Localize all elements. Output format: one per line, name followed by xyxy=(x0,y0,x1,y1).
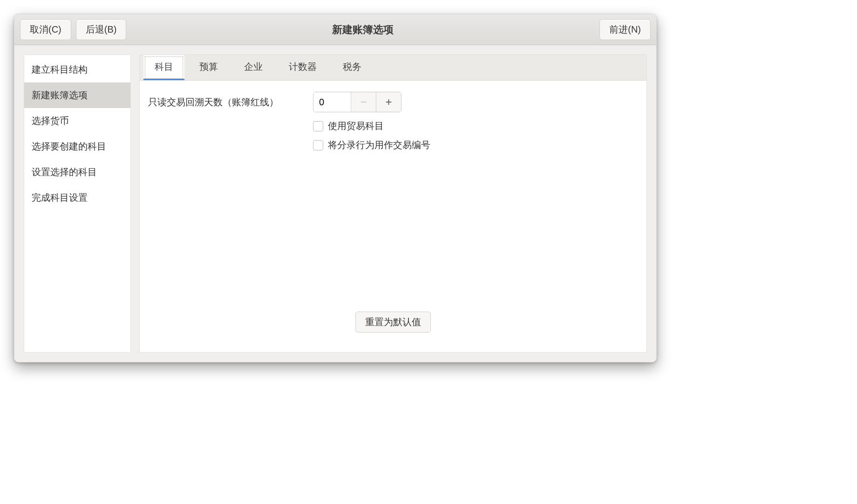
titlebar: 取消(C) 后退(B) 新建账簿选项 前进(N) xyxy=(14,14,656,45)
tab-tax[interactable]: 税务 xyxy=(332,55,373,80)
split-action-txn-number-row: 将分录行为用作交易编号 xyxy=(313,139,638,151)
split-action-txn-number-label: 将分录行为用作交易编号 xyxy=(328,139,430,151)
readonly-days-row: 只读交易回溯天数（账簿红线） − + xyxy=(148,92,638,112)
content-footer: 重置为默认值 xyxy=(148,307,638,341)
sidebar-item-step-5[interactable]: 设置选择的科目 xyxy=(24,159,130,185)
forward-button[interactable]: 前进(N) xyxy=(599,19,651,40)
sidebar-item-step-3[interactable]: 选择货币 xyxy=(24,108,130,134)
sidebar-item-step-2[interactable]: 新建账簿选项 xyxy=(24,82,130,108)
tab-accounts[interactable]: 科目 xyxy=(143,55,184,80)
use-trading-accounts-checkbox[interactable] xyxy=(313,121,323,131)
reset-defaults-button[interactable]: 重置为默认值 xyxy=(355,312,431,333)
cancel-button[interactable]: 取消(C) xyxy=(20,19,71,40)
titlebar-left: 取消(C) 后退(B) xyxy=(20,19,126,40)
back-button[interactable]: 后退(B) xyxy=(76,19,127,40)
sidebar-item-step-1[interactable]: 建立科目结构 xyxy=(24,57,130,82)
spin-decrement-button[interactable]: − xyxy=(351,92,376,112)
readonly-days-input[interactable] xyxy=(313,92,351,112)
use-trading-accounts-row: 使用贸易科目 xyxy=(313,120,638,132)
readonly-days-label: 只读交易回溯天数（账簿红线） xyxy=(148,96,306,109)
tab-bar: 科目 预算 企业 计数器 税务 xyxy=(140,55,646,81)
tab-content-accounts: 只读交易回溯天数（账簿红线） − + 使用贸易科目 将分录行为用作交易编号 xyxy=(140,81,646,352)
main-panel: 科目 预算 企业 计数器 税务 只读交易回溯天数（账簿红线） − + xyxy=(139,54,647,353)
assistant-steps-sidebar: 建立科目结构 新建账簿选项 选择货币 选择要创建的科目 设置选择的科目 完成科目… xyxy=(24,54,131,353)
tab-budget[interactable]: 预算 xyxy=(188,55,229,80)
use-trading-accounts-label: 使用贸易科目 xyxy=(328,120,384,132)
readonly-days-spinner: − + xyxy=(313,92,401,112)
titlebar-right: 前进(N) xyxy=(599,19,651,40)
sidebar-item-step-4[interactable]: 选择要创建的科目 xyxy=(24,134,130,159)
assistant-window: 取消(C) 后退(B) 新建账簿选项 前进(N) 建立科目结构 新建账簿选项 选… xyxy=(14,14,657,362)
tab-business[interactable]: 企业 xyxy=(233,55,274,80)
sidebar-item-step-6[interactable]: 完成科目设置 xyxy=(24,185,130,211)
tab-counters[interactable]: 计数器 xyxy=(278,55,328,80)
window-body: 建立科目结构 新建账簿选项 选择货币 选择要创建的科目 设置选择的科目 完成科目… xyxy=(14,45,656,362)
window-title: 新建账簿选项 xyxy=(332,23,394,37)
spin-increment-button[interactable]: + xyxy=(376,92,401,112)
split-action-txn-number-checkbox[interactable] xyxy=(313,140,323,150)
